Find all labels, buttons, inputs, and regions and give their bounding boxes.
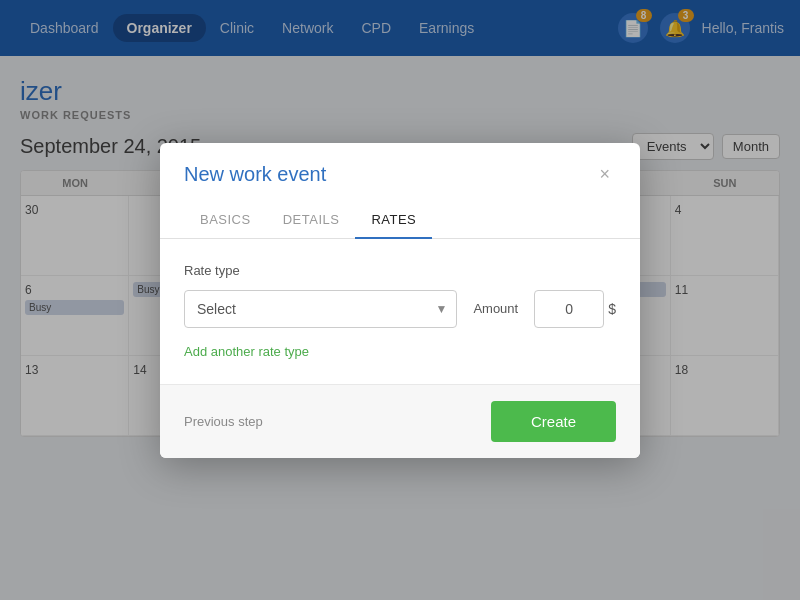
amount-label: Amount [473,301,518,316]
create-button[interactable]: Create [491,401,616,442]
modal-close-button[interactable]: × [593,163,616,185]
rate-type-select[interactable]: Select [184,290,457,328]
previous-step-button[interactable]: Previous step [184,414,263,429]
rate-select-wrap: Select ▼ [184,290,457,328]
amount-input-wrap: $ [534,290,616,328]
modal-footer: Previous step Create [160,384,640,458]
modal-header: New work event × [160,143,640,186]
modal: New work event × BASICS DETAILS RATES Ra… [160,143,640,458]
add-rate-link[interactable]: Add another rate type [184,344,309,359]
tab-details[interactable]: DETAILS [267,202,356,239]
modal-tabs: BASICS DETAILS RATES [160,202,640,239]
modal-title: New work event [184,163,326,186]
tab-rates[interactable]: RATES [355,202,432,239]
amount-input[interactable] [534,290,604,328]
modal-body: Rate type Select ▼ Amount $ Add another … [160,239,640,384]
tab-basics[interactable]: BASICS [184,202,267,239]
rate-row: Select ▼ Amount $ [184,290,616,328]
modal-overlay: New work event × BASICS DETAILS RATES Ra… [0,0,800,600]
rate-type-label: Rate type [184,263,616,278]
currency-symbol: $ [608,301,616,317]
